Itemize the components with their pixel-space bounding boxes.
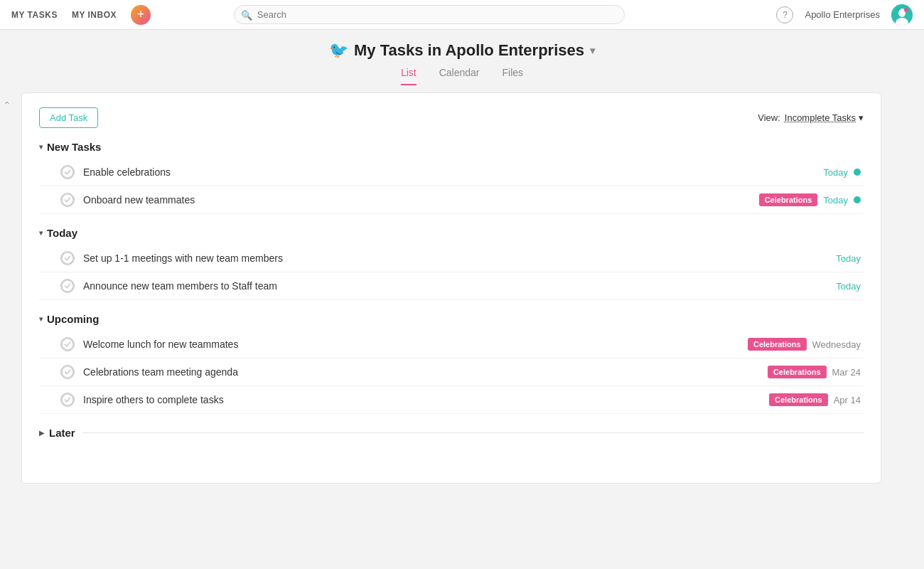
task-date-4: Today: [836, 281, 861, 292]
svg-point-3: [904, 8, 908, 12]
top-nav: MY TASKS MY INBOX + 🔍 ? Apollo Enterpris…: [0, 0, 924, 30]
task-name-7: Inspire others to complete tasks: [83, 394, 761, 405]
task-tag-7: Celebrations: [769, 393, 828, 406]
task-checkbox-4[interactable]: [60, 279, 75, 293]
task-name-3: Set up 1-1 meetings with new team member…: [83, 252, 827, 264]
svg-point-10: [62, 394, 73, 405]
task-meta-2: Celebrations Today: [759, 193, 861, 206]
task-row[interactable]: Enable celebrations Today: [39, 159, 864, 186]
today-caret: ▾: [39, 229, 43, 237]
task-date-1: Today: [823, 167, 848, 178]
task-tag-6: Celebrations: [768, 366, 827, 378]
page-header: 🐦 My Tasks in Apollo Enterprises ▾ List …: [0, 30, 924, 85]
later-caret: ▶: [39, 429, 45, 437]
later-section[interactable]: ▶ Later: [39, 427, 864, 439]
my-inbox-nav[interactable]: MY INBOX: [72, 10, 117, 20]
upcoming-label: Upcoming: [47, 313, 99, 325]
workspace-label: Apollo Enterprises: [805, 9, 880, 20]
view-filter[interactable]: View: Incomplete Tasks ▾: [758, 112, 864, 123]
task-row[interactable]: Welcome lunch for new teammates Celebrat…: [39, 331, 864, 358]
tab-calendar[interactable]: Calendar: [439, 67, 480, 85]
sidebar-toggle[interactable]: ⌃: [0, 85, 14, 569]
task-checkbox-5[interactable]: [60, 337, 75, 351]
main-content: Add Task View: Incomplete Tasks ▾ ▾ New …: [14, 85, 924, 569]
task-meta-3: Today: [836, 253, 861, 264]
content-card: Add Task View: Incomplete Tasks ▾ ▾ New …: [21, 92, 881, 484]
task-date-6: Mar 24: [832, 367, 861, 378]
view-label: View:: [758, 112, 780, 123]
search-bar: 🔍: [234, 5, 625, 24]
svg-point-7: [62, 280, 73, 292]
page-tabs: List Calendar Files: [0, 67, 924, 85]
nav-right: ? Apollo Enterprises: [776, 4, 913, 26]
task-row[interactable]: Celebrations team meeting agenda Celebra…: [39, 358, 864, 386]
task-checkbox-3[interactable]: [60, 251, 75, 265]
task-meta-1: Today: [823, 167, 861, 178]
search-icon: 🔍: [241, 9, 252, 20]
title-text: My Tasks in Apollo Enterprises: [354, 41, 584, 60]
svg-point-5: [62, 194, 73, 206]
task-checkbox-1[interactable]: [60, 165, 75, 179]
task-name-4: Announce new team members to Staff team: [83, 280, 827, 292]
svg-point-6: [62, 252, 73, 264]
help-button[interactable]: ?: [776, 6, 793, 23]
upcoming-caret: ▾: [39, 315, 43, 323]
new-tasks-label: New Tasks: [47, 141, 101, 153]
task-row[interactable]: Onboard new teammates Celebrations Today: [39, 186, 864, 214]
tab-list[interactable]: List: [401, 67, 417, 85]
section-upcoming[interactable]: ▾ Upcoming: [39, 313, 864, 325]
view-chevron: ▾: [859, 112, 864, 123]
task-meta-7: Celebrations Apr 14: [769, 393, 861, 406]
task-date-2: Today: [823, 195, 848, 206]
my-tasks-nav[interactable]: MY TASKS: [11, 10, 58, 20]
task-tag-2: Celebrations: [759, 193, 818, 206]
svg-point-8: [62, 339, 73, 350]
sidebar-toggle-icon: ⌃: [3, 100, 11, 111]
task-name-1: Enable celebrations: [83, 166, 815, 178]
task-meta-5: Celebrations Wednesday: [748, 338, 861, 351]
view-value: Incomplete Tasks: [785, 112, 856, 123]
task-name-6: Celebrations team meeting agenda: [83, 366, 759, 378]
section-new-tasks[interactable]: ▾ New Tasks: [39, 141, 864, 153]
task-date-3: Today: [836, 253, 861, 264]
today-label: Today: [47, 227, 77, 239]
toolbar: Add Task View: Incomplete Tasks ▾: [39, 107, 864, 128]
tab-files[interactable]: Files: [503, 67, 524, 85]
add-task-button[interactable]: Add Task: [39, 107, 98, 128]
task-row[interactable]: Announce new team members to Staff team …: [39, 272, 864, 300]
task-dot-2: [854, 196, 861, 203]
avatar[interactable]: [891, 4, 913, 26]
task-tag-5: Celebrations: [748, 338, 807, 351]
section-today[interactable]: ▾ Today: [39, 227, 864, 239]
task-meta-4: Today: [836, 281, 861, 292]
task-date-5: Wednesday: [812, 339, 861, 350]
task-checkbox-2[interactable]: [60, 193, 75, 207]
add-button[interactable]: +: [131, 5, 151, 25]
task-date-7: Apr 14: [834, 395, 861, 405]
task-checkbox-7[interactable]: [60, 393, 75, 407]
layout: ⌃ Add Task View: Incomplete Tasks ▾ ▾ Ne…: [0, 85, 924, 569]
task-row[interactable]: Inspire others to complete tasks Celebra…: [39, 386, 864, 414]
page-title: 🐦 My Tasks in Apollo Enterprises ▾: [0, 41, 924, 60]
title-chevron[interactable]: ▾: [590, 45, 595, 56]
task-meta-6: Celebrations Mar 24: [768, 366, 861, 378]
later-divider: [82, 432, 864, 433]
search-input[interactable]: [234, 5, 625, 24]
svg-point-4: [62, 166, 73, 178]
task-name-2: Onboard new teammates: [83, 194, 751, 206]
task-row[interactable]: Set up 1-1 meetings with new team member…: [39, 245, 864, 272]
task-name-5: Welcome lunch for new teammates: [83, 339, 739, 350]
logo-icon: 🐦: [329, 41, 348, 60]
later-label: Later: [49, 427, 75, 439]
task-dot-1: [854, 169, 861, 176]
task-checkbox-6[interactable]: [60, 365, 75, 379]
new-tasks-caret: ▾: [39, 143, 43, 151]
svg-point-9: [62, 366, 73, 378]
